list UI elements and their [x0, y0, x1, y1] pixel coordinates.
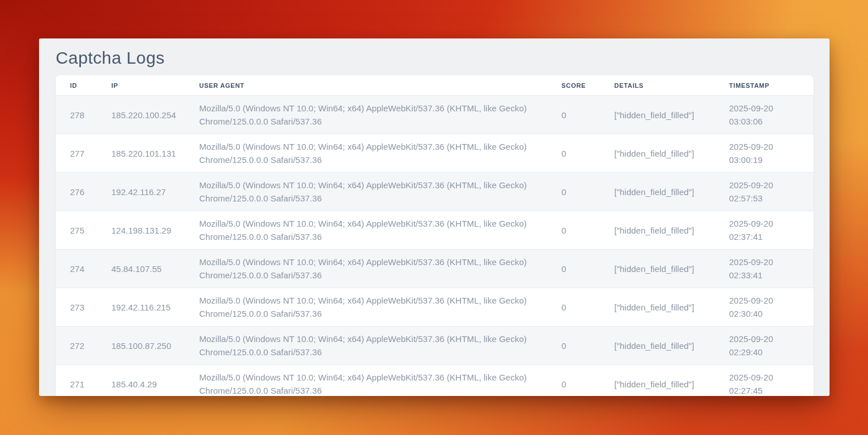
cell-details: ["hidden_field_filled"] — [614, 173, 729, 211]
cell-ip: 185.100.87.250 — [111, 327, 199, 365]
column-header-user-agent: USER AGENT — [199, 75, 561, 96]
cell-score: 0 — [561, 288, 614, 327]
cell-user-agent: Mozilla/5.0 (Windows NT 10.0; Win64; x64… — [199, 250, 561, 288]
cell-timestamp: 2025-09-20 02:33:41 — [729, 250, 813, 288]
column-header-id: ID — [56, 75, 111, 96]
cell-ip: 192.42.116.215 — [111, 288, 199, 327]
table-row: 277 185.220.101.131 Mozilla/5.0 (Windows… — [56, 134, 813, 173]
logs-table-container: ID IP USER AGENT SCORE DETAILS TIMESTAMP… — [56, 75, 813, 396]
cell-user-agent: Mozilla/5.0 (Windows NT 10.0; Win64; x64… — [199, 134, 561, 173]
cell-user-agent: Mozilla/5.0 (Windows NT 10.0; Win64; x64… — [199, 96, 561, 134]
cell-ip: 185.220.101.131 — [111, 134, 199, 173]
table-header-row: ID IP USER AGENT SCORE DETAILS TIMESTAMP — [56, 75, 813, 96]
cell-timestamp: 2025-09-20 02:29:40 — [729, 327, 813, 365]
cell-ip: 45.84.107.55 — [111, 250, 199, 288]
cell-timestamp: 2025-09-20 02:30:40 — [729, 288, 813, 327]
captcha-logs-card: Captcha Logs ID IP USER AGENT SCORE DETA… — [39, 38, 830, 396]
column-header-score: SCORE — [561, 75, 614, 96]
captcha-logs-table: ID IP USER AGENT SCORE DETAILS TIMESTAMP… — [56, 75, 813, 396]
cell-details: ["hidden_field_filled"] — [614, 327, 729, 365]
cell-ip: 124.198.131.29 — [111, 211, 199, 250]
cell-id: 272 — [56, 327, 111, 365]
cell-details: ["hidden_field_filled"] — [614, 365, 729, 397]
cell-user-agent: Mozilla/5.0 (Windows NT 10.0; Win64; x64… — [199, 173, 561, 211]
cell-ip: 192.42.116.27 — [111, 173, 199, 211]
cell-score: 0 — [561, 173, 614, 211]
cell-timestamp: 2025-09-20 03:00:19 — [729, 134, 813, 173]
cell-details: ["hidden_field_filled"] — [614, 96, 729, 134]
cell-user-agent: Mozilla/5.0 (Windows NT 10.0; Win64; x64… — [199, 327, 561, 365]
cell-details: ["hidden_field_filled"] — [614, 211, 729, 250]
cell-id: 275 — [56, 211, 111, 250]
cell-user-agent: Mozilla/5.0 (Windows NT 10.0; Win64; x64… — [199, 365, 561, 397]
column-header-details: DETAILS — [614, 75, 729, 96]
cell-ip: 185.220.100.254 — [111, 96, 199, 134]
cell-details: ["hidden_field_filled"] — [614, 250, 729, 288]
cell-user-agent: Mozilla/5.0 (Windows NT 10.0; Win64; x64… — [199, 288, 561, 327]
table-row: 271 185.40.4.29 Mozilla/5.0 (Windows NT … — [56, 365, 813, 397]
cell-id: 274 — [56, 250, 111, 288]
cell-id: 277 — [56, 134, 111, 173]
column-header-timestamp: TIMESTAMP — [729, 75, 813, 96]
column-header-ip: IP — [111, 75, 199, 96]
cell-score: 0 — [561, 327, 614, 365]
table-row: 273 192.42.116.215 Mozilla/5.0 (Windows … — [56, 288, 813, 327]
table-row: 276 192.42.116.27 Mozilla/5.0 (Windows N… — [56, 173, 813, 211]
cell-timestamp: 2025-09-20 02:57:53 — [729, 173, 813, 211]
table-row: 274 45.84.107.55 Mozilla/5.0 (Windows NT… — [56, 250, 813, 288]
cell-score: 0 — [561, 134, 614, 173]
cell-score: 0 — [561, 211, 614, 250]
cell-timestamp: 2025-09-20 03:03:06 — [729, 96, 813, 134]
table-body: 278 185.220.100.254 Mozilla/5.0 (Windows… — [56, 96, 813, 397]
table-row: 275 124.198.131.29 Mozilla/5.0 (Windows … — [56, 211, 813, 250]
cell-id: 273 — [56, 288, 111, 327]
cell-id: 276 — [56, 173, 111, 211]
cell-details: ["hidden_field_filled"] — [614, 134, 729, 173]
cell-timestamp: 2025-09-20 02:27:45 — [729, 365, 813, 397]
cell-score: 0 — [561, 96, 614, 134]
cell-timestamp: 2025-09-20 02:37:41 — [729, 211, 813, 250]
cell-ip: 185.40.4.29 — [111, 365, 199, 397]
cell-score: 0 — [561, 365, 614, 397]
table-row: 278 185.220.100.254 Mozilla/5.0 (Windows… — [56, 96, 813, 134]
cell-user-agent: Mozilla/5.0 (Windows NT 10.0; Win64; x64… — [199, 211, 561, 250]
cell-id: 278 — [56, 96, 111, 134]
cell-id: 271 — [56, 365, 111, 397]
page-title: Captcha Logs — [56, 48, 830, 68]
cell-details: ["hidden_field_filled"] — [614, 288, 729, 327]
cell-score: 0 — [561, 250, 614, 288]
table-row: 272 185.100.87.250 Mozilla/5.0 (Windows … — [56, 327, 813, 365]
